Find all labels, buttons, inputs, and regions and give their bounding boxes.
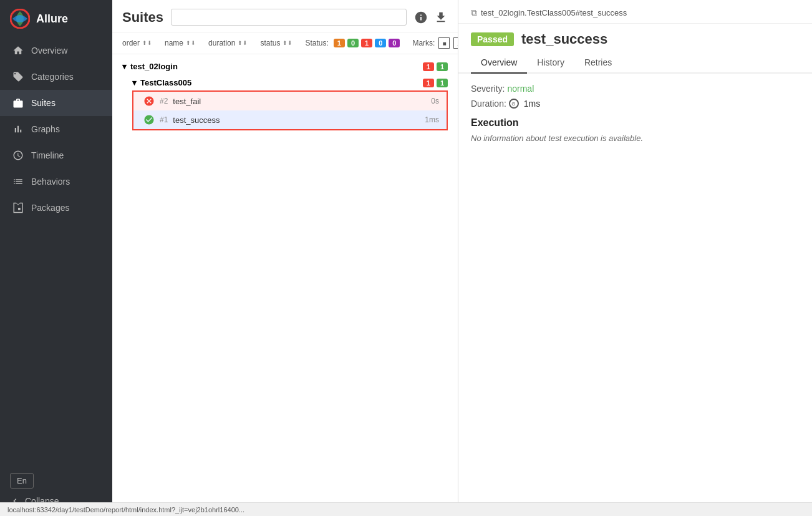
test-name-fail: test_fail bbox=[173, 97, 201, 106]
search-input[interactable] bbox=[171, 9, 407, 26]
sidebar-label-graphs: Graphs bbox=[31, 124, 60, 134]
name-label: name bbox=[165, 39, 183, 47]
suite-tree: ▾ test_02login 1 1 ▾ TestClass005 1 1 bbox=[112, 54, 458, 516]
group-badges: 1 1 bbox=[423, 62, 448, 71]
info-icon[interactable] bbox=[414, 11, 428, 24]
allure-logo-icon bbox=[10, 9, 30, 29]
sidebar-item-suites[interactable]: Suites bbox=[0, 90, 112, 116]
sidebar-item-categories[interactable]: Categories bbox=[0, 64, 112, 90]
tag-icon bbox=[12, 71, 24, 82]
subgroup-badge-red: 1 bbox=[423, 79, 434, 87]
suite-group-test02login[interactable]: ▾ test_02login 1 1 bbox=[112, 58, 458, 75]
status-count-red[interactable]: 1 bbox=[361, 39, 372, 47]
suite-group-left: ▾ test_02login bbox=[122, 62, 178, 71]
duration-row: Duration: ⊙ 1ms bbox=[471, 99, 800, 109]
order-label: order bbox=[122, 39, 140, 47]
sidebar-item-packages[interactable]: Packages bbox=[0, 195, 112, 221]
sidebar-label-packages: Packages bbox=[31, 203, 69, 213]
list-icon bbox=[12, 176, 24, 187]
detail-panel: ⧉ test_02login.TestClass005#test_success… bbox=[458, 0, 812, 516]
sidebar-item-behaviors[interactable]: Behaviors bbox=[0, 168, 112, 195]
mark-triangle-icon[interactable]: ▲ bbox=[453, 37, 458, 49]
suite-subgroup-testclass005[interactable]: ▾ TestClass005 1 1 bbox=[112, 75, 458, 90]
clock-icon bbox=[12, 150, 24, 161]
suites-panel: Suites order ⬆⬇ name ⬆⬇ durati bbox=[112, 0, 458, 516]
test-duration-success: 1ms bbox=[425, 115, 439, 124]
status-count-blue[interactable]: 0 bbox=[375, 39, 386, 47]
duration-label: Duration: bbox=[471, 99, 506, 109]
status-arrows: ⬆⬇ bbox=[283, 40, 292, 46]
app-title: Allure bbox=[36, 12, 68, 26]
duration-label: duration bbox=[208, 39, 235, 47]
marks-label: Marks: bbox=[412, 39, 435, 47]
status-count-purple[interactable]: 0 bbox=[389, 39, 400, 47]
detail-test-title: test_success bbox=[521, 31, 607, 47]
tab-overview-label: Overview bbox=[481, 57, 517, 67]
test-item-left-fail: #2 test_fail bbox=[143, 95, 201, 107]
tab-overview[interactable]: Overview bbox=[471, 52, 527, 74]
sidebar-item-overview[interactable]: Overview bbox=[0, 37, 112, 64]
tab-retries-label: Retries bbox=[584, 57, 612, 67]
sidebar-label-overview: Overview bbox=[31, 46, 67, 56]
status-label: status bbox=[260, 39, 280, 47]
duration-value: 1ms bbox=[524, 99, 540, 109]
mark-square-icon[interactable]: ■ bbox=[438, 37, 450, 49]
group-label: test_02login bbox=[130, 62, 178, 71]
severity-value: normal bbox=[507, 84, 534, 94]
detail-body: Severity: normal Duration: ⊙ 1ms Executi… bbox=[458, 74, 812, 153]
package-icon bbox=[12, 202, 24, 213]
severity-row: Severity: normal bbox=[471, 84, 800, 94]
sidebar-nav: Overview Categories Suites Graphs Timeli… bbox=[0, 37, 112, 463]
duration-sort[interactable]: duration ⬆⬇ bbox=[208, 39, 248, 47]
toolbar-icons bbox=[414, 11, 448, 24]
execution-title: Execution bbox=[471, 117, 800, 129]
name-arrows: ⬆⬇ bbox=[186, 40, 196, 46]
status-label-prefix: Status: bbox=[305, 39, 328, 47]
order-arrows: ⬆⬇ bbox=[142, 40, 152, 46]
sidebar: Allure Overview Categories Suites Graphs… bbox=[0, 0, 112, 516]
sidebar-label-timeline: Timeline bbox=[31, 150, 64, 160]
subgroup-badge-green: 1 bbox=[437, 79, 448, 87]
test-duration-fail: 0s bbox=[431, 97, 439, 105]
group-badge-red: 1 bbox=[423, 62, 434, 71]
detail-tabs: Overview History Retries bbox=[458, 52, 812, 74]
test-item-left-success: #1 test_success bbox=[143, 114, 220, 125]
status-filters: Status: 1 0 1 0 0 bbox=[305, 39, 400, 47]
severity-label: Severity: bbox=[471, 84, 505, 94]
marks-section: Marks: ■ ▲ bbox=[412, 37, 458, 49]
download-icon[interactable] bbox=[434, 11, 448, 24]
detail-title-row: Passed test_success bbox=[458, 24, 812, 52]
order-sort[interactable]: order ⬆⬇ bbox=[122, 39, 152, 47]
tab-history[interactable]: History bbox=[527, 52, 574, 74]
status-sort[interactable]: status ⬆⬇ bbox=[260, 39, 292, 47]
passed-badge: Passed bbox=[471, 32, 514, 46]
status-count-green[interactable]: 0 bbox=[347, 39, 359, 47]
suites-header: Suites bbox=[112, 0, 458, 32]
status-count-orange[interactable]: 1 bbox=[334, 39, 345, 47]
test-name-success: test_success bbox=[173, 115, 220, 125]
statusbar: localhost:63342/day1/testDemo/report/htm… bbox=[0, 502, 812, 516]
bar-chart-icon bbox=[12, 124, 24, 135]
test-num-success: #1 bbox=[160, 115, 168, 124]
subgroup-arrow: ▾ bbox=[132, 78, 137, 87]
test-item-success[interactable]: #1 test_success 1ms bbox=[133, 110, 447, 129]
sidebar-label-behaviors: Behaviors bbox=[31, 177, 70, 187]
test-item-fail[interactable]: #2 test_fail 0s bbox=[133, 92, 447, 110]
sidebar-item-timeline[interactable]: Timeline bbox=[0, 142, 112, 168]
subgroup-left: ▾ TestClass005 bbox=[132, 78, 191, 87]
suites-title: Suites bbox=[122, 9, 163, 26]
main-content: Suites order ⬆⬇ name ⬆⬇ durati bbox=[112, 0, 812, 516]
language-button[interactable]: En bbox=[10, 473, 34, 489]
failed-status-icon bbox=[143, 95, 155, 107]
name-sort[interactable]: name ⬆⬇ bbox=[165, 39, 196, 47]
sidebar-logo: Allure bbox=[0, 0, 112, 37]
sidebar-label-suites: Suites bbox=[31, 98, 56, 108]
tab-retries[interactable]: Retries bbox=[574, 52, 622, 74]
home-icon bbox=[12, 45, 24, 56]
sidebar-item-graphs[interactable]: Graphs bbox=[0, 116, 112, 142]
test-num-fail: #2 bbox=[160, 97, 168, 105]
subgroup-label: TestClass005 bbox=[140, 78, 191, 87]
subgroup-badges: 1 1 bbox=[423, 79, 448, 87]
briefcase-icon bbox=[12, 97, 24, 109]
copy-icon: ⧉ bbox=[471, 7, 477, 18]
